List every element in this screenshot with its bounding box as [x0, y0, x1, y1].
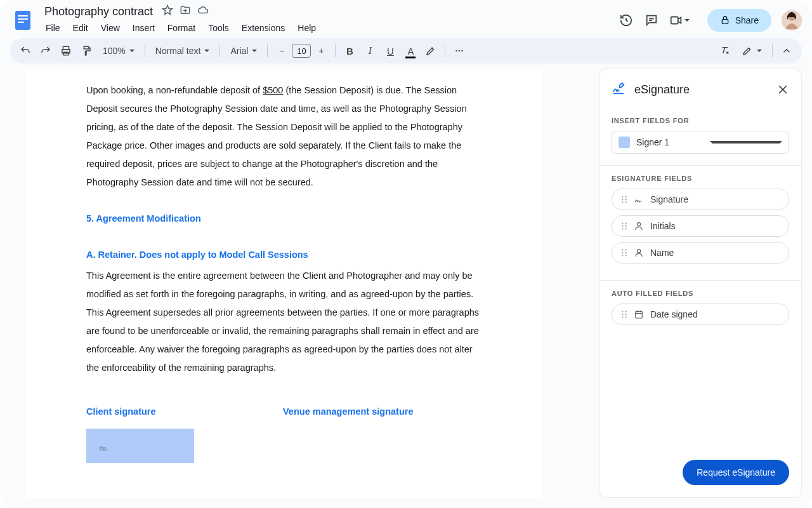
svg-point-21 [625, 222, 626, 224]
svg-point-26 [637, 223, 640, 226]
field-name[interactable]: Name [612, 242, 789, 264]
svg-point-39 [625, 316, 626, 318]
panel-title: eSignature [634, 83, 768, 97]
svg-point-11 [456, 50, 457, 51]
cloud-status-icon[interactable] [197, 4, 209, 18]
heading-section-5: 5. Agreement Modification [86, 210, 482, 228]
svg-point-19 [625, 201, 626, 203]
svg-point-33 [637, 250, 640, 253]
share-label: Share [735, 15, 759, 25]
svg-point-14 [622, 196, 623, 197]
svg-point-16 [622, 199, 623, 200]
menu-tools[interactable]: Tools [203, 20, 234, 36]
comments-icon[interactable] [644, 13, 659, 28]
editing-mode-button[interactable] [737, 42, 767, 60]
svg-point-18 [622, 201, 623, 203]
menu-help[interactable]: Help [292, 20, 321, 36]
font-select[interactable]: Arial [225, 42, 262, 60]
svg-point-13 [462, 50, 463, 51]
redo-button[interactable] [37, 42, 55, 60]
svg-point-32 [625, 255, 626, 256]
more-button[interactable] [450, 42, 468, 60]
menu-edit[interactable]: Edit [68, 20, 93, 36]
signer-name: Signer 1 [636, 137, 704, 147]
body-paragraph-2: This Agreement is the entire agreement b… [86, 267, 482, 377]
svg-rect-3 [18, 22, 24, 23]
client-signature-field[interactable] [86, 429, 194, 463]
text-color-button[interactable]: A [402, 42, 419, 60]
svg-point-24 [622, 228, 623, 229]
svg-point-27 [622, 249, 623, 250]
print-button[interactable] [57, 42, 75, 60]
bold-button[interactable]: B [341, 42, 358, 60]
name-icon [634, 248, 644, 258]
heading-retainer: A. Retainer. Does not apply to Model Cal… [86, 246, 482, 264]
svg-rect-40 [636, 311, 643, 318]
underline-button[interactable]: U [381, 42, 399, 60]
svg-point-25 [625, 228, 626, 229]
menu-view[interactable]: View [96, 20, 125, 36]
svg-point-34 [622, 311, 623, 312]
zoom-select[interactable]: 100% [98, 42, 140, 60]
signature-icon [634, 194, 644, 204]
deposit-amount: $500 [263, 85, 283, 95]
drag-handle-icon [621, 248, 627, 257]
menu-file[interactable]: File [41, 20, 65, 36]
signer-select[interactable]: Signer 1 [612, 131, 789, 154]
field-signature[interactable]: Signature [612, 189, 789, 210]
svg-point-28 [625, 249, 626, 250]
fields-label: ESIGNATURE FIELDS [612, 175, 789, 182]
svg-rect-4 [671, 17, 678, 24]
client-signature-label: Client signature [86, 403, 194, 421]
menu-format[interactable]: Format [162, 20, 200, 36]
undo-button[interactable] [16, 42, 34, 60]
style-select[interactable]: Normal text [150, 42, 215, 60]
star-icon[interactable] [162, 4, 173, 18]
highlight-button[interactable] [422, 42, 440, 60]
toolbar: 100% Normal text Arial − + B I U A [10, 38, 802, 64]
drag-handle-icon [621, 222, 627, 231]
signer-color-swatch [619, 137, 630, 148]
meet-icon[interactable] [669, 13, 697, 28]
svg-point-20 [622, 222, 623, 224]
docs-logo[interactable] [10, 8, 36, 33]
chevron-down-icon [710, 141, 782, 144]
svg-point-15 [625, 196, 626, 197]
close-panel-button[interactable] [776, 83, 789, 96]
svg-point-36 [622, 314, 623, 315]
font-size-input[interactable] [292, 44, 311, 58]
insert-for-label: INSERT FIELDS FOR [612, 117, 789, 124]
document-page: Upon booking, a non-refundable deposit o… [25, 69, 543, 498]
calendar-icon [634, 309, 644, 319]
svg-point-29 [622, 252, 623, 253]
svg-point-31 [622, 255, 623, 256]
request-esignature-button[interactable]: Request eSignature [683, 460, 789, 485]
document-canvas[interactable]: Upon booking, a non-refundable deposit o… [10, 69, 589, 498]
font-size-increase[interactable]: + [312, 42, 330, 60]
menu-extensions[interactable]: Extensions [237, 20, 290, 36]
menu-insert[interactable]: Insert [128, 20, 160, 36]
svg-point-35 [625, 311, 626, 312]
body-paragraph-1: Upon booking, a non-refundable deposit o… [86, 81, 482, 192]
esignature-icon [612, 81, 625, 98]
svg-point-23 [625, 225, 626, 227]
clear-formatting-button[interactable] [716, 42, 734, 60]
venue-signature-label: Venue management signature [283, 403, 413, 421]
font-size-decrease[interactable]: − [273, 42, 291, 60]
svg-point-37 [625, 314, 626, 315]
initials-icon [634, 221, 644, 231]
svg-rect-1 [18, 15, 28, 17]
field-date-signed[interactable]: Date signed [612, 304, 789, 325]
document-title[interactable]: Photography contract [41, 4, 157, 20]
account-avatar[interactable] [782, 10, 802, 30]
drag-handle-icon [621, 310, 627, 319]
svg-rect-5 [722, 20, 728, 24]
italic-button[interactable]: I [361, 42, 379, 60]
field-initials[interactable]: Initials [612, 215, 789, 237]
history-icon[interactable] [619, 13, 634, 28]
share-button[interactable]: Share [707, 9, 771, 32]
collapse-toolbar-button[interactable] [778, 42, 796, 60]
move-icon[interactable] [180, 4, 191, 18]
esignature-panel: eSignature INSERT FIELDS FOR Signer 1 ES… [599, 69, 802, 498]
paint-format-button[interactable] [77, 42, 95, 60]
